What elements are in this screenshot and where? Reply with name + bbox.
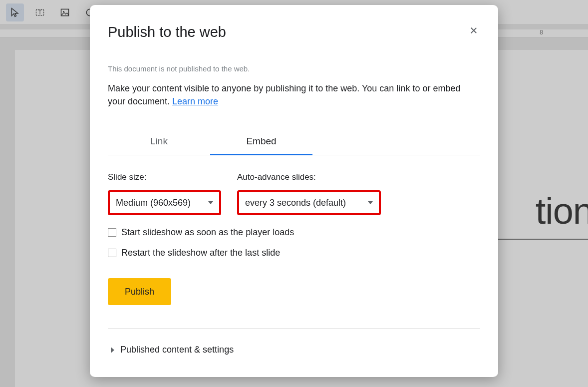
published-content-toggle[interactable]: Published content & settings <box>108 345 480 355</box>
dropdown-arrow-icon <box>208 201 213 204</box>
slide-size-value: Medium (960x569) <box>116 198 191 208</box>
close-icon <box>469 26 478 35</box>
auto-advance-field: Auto-advance slides: every 3 seconds (de… <box>237 172 381 215</box>
learn-more-link[interactable]: Learn more <box>172 96 218 106</box>
tab-link[interactable]: Link <box>108 130 210 155</box>
published-content-label: Published content & settings <box>120 345 234 355</box>
publish-status-text: This document is not published to the we… <box>108 64 480 73</box>
publish-button[interactable]: Publish <box>108 278 171 305</box>
auto-advance-dropdown[interactable]: every 3 seconds (default) <box>237 190 381 215</box>
auto-advance-value: every 3 seconds (default) <box>245 198 346 208</box>
slide-size-field: Slide size: Medium (960x569) <box>108 172 221 215</box>
slide-size-label: Slide size: <box>108 172 221 182</box>
description-text: Make your content visible to anyone by p… <box>108 83 460 106</box>
start-slideshow-label: Start slideshow as soon as the player lo… <box>121 227 294 238</box>
tab-embed[interactable]: Embed <box>210 130 312 155</box>
dialog-description: Make your content visible to anyone by p… <box>108 82 480 108</box>
divider <box>108 328 480 329</box>
slide-size-dropdown[interactable]: Medium (960x569) <box>108 190 221 215</box>
close-button[interactable] <box>467 24 480 39</box>
restart-slideshow-checkbox[interactable] <box>108 249 116 257</box>
tabs: Link Embed <box>108 130 480 155</box>
auto-advance-label: Auto-advance slides: <box>237 172 381 182</box>
start-slideshow-checkbox[interactable] <box>108 228 116 237</box>
restart-slideshow-label: Restart the slideshow after the last sli… <box>121 248 280 258</box>
publish-dialog: Publish to the web This document is not … <box>90 5 498 377</box>
dialog-title: Publish to the web <box>108 24 226 40</box>
chevron-right-icon <box>111 347 114 353</box>
dropdown-arrow-icon <box>368 201 373 204</box>
